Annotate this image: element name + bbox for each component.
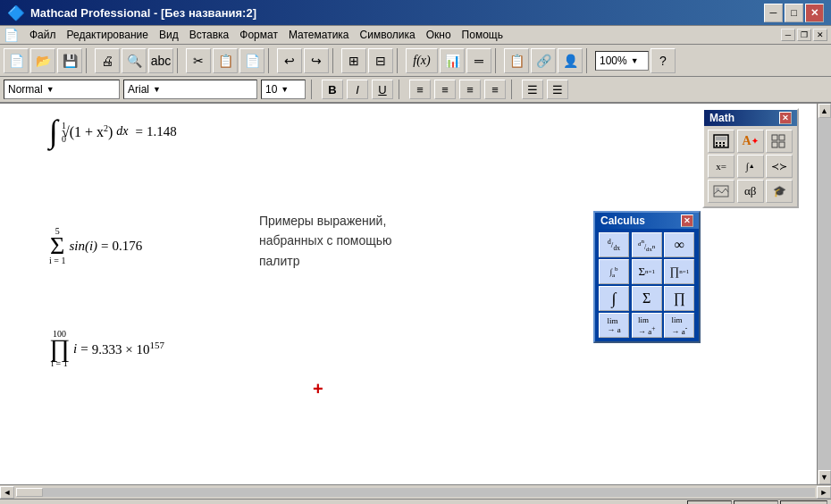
underline-button[interactable]: U (372, 80, 393, 99)
menu-format[interactable]: Формат (234, 27, 283, 43)
save-button[interactable]: 💾 (57, 48, 82, 73)
calc-indefinite-integral-btn[interactable]: ∫ (599, 286, 629, 311)
redo-button[interactable]: ↪ (304, 48, 329, 73)
menu-minimize-btn[interactable]: ─ (781, 29, 795, 41)
calc-limit-btn[interactable]: lim→ a (599, 313, 629, 338)
separator7 (586, 48, 592, 73)
insert2-button[interactable]: ⊟ (368, 48, 393, 73)
minimize-button[interactable]: ─ (764, 4, 783, 22)
right-scrollbar[interactable]: ▲ ▼ (817, 104, 831, 484)
paste-button[interactable]: 📄 (239, 48, 264, 73)
status-bar: Press F1 for help. AUTO NUM Page 1 (0, 499, 831, 504)
align-left-button[interactable]: ≡ (409, 80, 431, 99)
menu-file[interactable]: Файл (24, 27, 62, 43)
help-btn[interactable]: ? (651, 48, 676, 73)
palette-calculus-btn[interactable]: ∫▲ (737, 155, 764, 178)
fmt-sep2 (399, 80, 404, 99)
scroll-down-button[interactable]: ▼ (818, 470, 831, 484)
italic-button[interactable]: I (347, 80, 368, 99)
equation-button[interactable]: ═ (466, 48, 491, 73)
calc-derivative-btn[interactable]: d/dx (599, 232, 629, 257)
print-preview-button[interactable]: 🔍 (122, 48, 147, 73)
hscroll-track[interactable] (16, 488, 815, 497)
calc-product-limit-btn[interactable]: ∏n=1 (664, 259, 694, 284)
new-button[interactable]: 📄 (4, 48, 29, 73)
palette-image-btn[interactable] (708, 180, 734, 203)
chart-button[interactable]: 📊 (440, 48, 465, 73)
align-right-button[interactable]: ≡ (459, 80, 481, 99)
calc-sum2-btn[interactable]: Σ (632, 286, 662, 311)
palette-calculator-btn[interactable] (708, 130, 734, 153)
size-chevron-icon: ▼ (281, 85, 289, 94)
calc-limit-left-btn[interactable]: lim→ a- (664, 313, 694, 338)
link-btn[interactable]: 🔗 (531, 48, 556, 73)
title-controls: ─ □ ✕ (764, 4, 824, 22)
menu-insert[interactable]: Вставка (184, 27, 235, 43)
menu-help[interactable]: Помощь (457, 27, 508, 43)
menu-window[interactable]: Окно (421, 27, 457, 43)
horizontal-scrollbar[interactable]: ◄ ► (0, 484, 831, 499)
math-palette-close[interactable]: ✕ (779, 112, 792, 124)
calc-nth-derivative-btn[interactable]: dn/dxn (632, 232, 662, 257)
calc-sum-btn[interactable]: Σn=1 (632, 259, 662, 284)
zoom-dropdown[interactable]: 100% ▼ (595, 51, 649, 71)
separator4 (332, 48, 338, 73)
menu-view[interactable]: Вид (154, 27, 184, 43)
list1-button[interactable]: ☰ (522, 80, 543, 99)
open-button[interactable]: 📂 (30, 48, 55, 73)
format-bar: Normal ▼ Arial ▼ 10 ▼ B I U ≡ ≡ ≡ ≡ ☰ ☰ (0, 77, 831, 104)
calc-product-btn[interactable]: ∏ (664, 286, 694, 311)
size-dropdown[interactable]: 10 ▼ (261, 80, 306, 99)
palette-compare-btn[interactable]: ≺≻ (766, 155, 793, 178)
style-dropdown[interactable]: Normal ▼ (4, 80, 120, 99)
user-btn[interactable]: 👤 (558, 48, 583, 73)
copy-button[interactable]: 📋 (213, 48, 238, 73)
palette-matrix-btn[interactable] (766, 130, 793, 153)
align-center-button[interactable]: ≡ (434, 80, 456, 99)
calc-limit-right-btn[interactable]: lim→ a+ (632, 313, 662, 338)
maximize-button[interactable]: □ (785, 4, 803, 22)
title-bar: 🔷 Mathcad Professional - [Без названия:2… (0, 0, 831, 25)
hscroll-right-button[interactable]: ► (817, 486, 831, 499)
cut-button[interactable]: ✂ (186, 48, 211, 73)
scroll-up-button[interactable]: ▲ (818, 104, 831, 118)
hscroll-thumb[interactable] (16, 488, 43, 497)
svg-rect-10 (772, 142, 777, 147)
main-area: ∫ 1 0 √(1 + x2) dx = 1.148 5 Σ i = 1 sin… (0, 104, 831, 484)
menu-controls: ─ ❐ ✕ (781, 29, 827, 41)
svg-rect-5 (716, 145, 718, 147)
undo-button[interactable]: ↩ (277, 48, 302, 73)
menu-restore-btn[interactable]: ❐ (797, 29, 811, 41)
calc-palette-label: Calculus (600, 214, 645, 227)
list2-button[interactable]: ☰ (547, 80, 568, 99)
palette-programming-btn[interactable]: 🎓 (766, 180, 793, 203)
close-button[interactable]: ✕ (805, 4, 824, 22)
align-justify-button[interactable]: ≡ (484, 80, 506, 99)
function-button[interactable]: f(x) (406, 48, 438, 73)
scroll-track[interactable] (818, 118, 831, 470)
bold-button[interactable]: B (322, 80, 343, 99)
palette-graph-btn[interactable]: A✦ (737, 130, 764, 153)
calc-definite-integral-btn[interactable]: ∫ab (599, 259, 629, 284)
hscroll-left-button[interactable]: ◄ (0, 486, 14, 499)
menu-symbolics[interactable]: Символика (355, 27, 421, 43)
matrix-button[interactable]: ⊞ (341, 48, 366, 73)
separator5 (397, 48, 402, 73)
menu-close-btn[interactable]: ✕ (813, 29, 827, 41)
palette-greek-btn[interactable]: αβ (737, 180, 764, 203)
svg-rect-12 (714, 186, 728, 197)
separator6 (495, 48, 500, 73)
menu-edit[interactable]: Редактирование (62, 27, 154, 43)
palette-equation-btn[interactable]: x= (708, 155, 734, 178)
spellcheck-button[interactable]: abc (148, 48, 173, 73)
content-area[interactable]: ∫ 1 0 √(1 + x2) dx = 1.148 5 Σ i = 1 sin… (0, 104, 817, 484)
menu-math[interactable]: Математика (283, 27, 355, 43)
calc-infinity-btn[interactable]: ∞ (664, 232, 694, 257)
print-button[interactable]: 🖨 (95, 48, 120, 73)
style-chevron-icon: ▼ (46, 85, 55, 94)
calc-palette-close[interactable]: ✕ (681, 214, 693, 227)
font-dropdown[interactable]: Arial ▼ (123, 80, 257, 99)
svg-rect-2 (716, 142, 718, 144)
auto-indicator: AUTO (687, 500, 732, 505)
resource-btn[interactable]: 📋 (504, 48, 529, 73)
